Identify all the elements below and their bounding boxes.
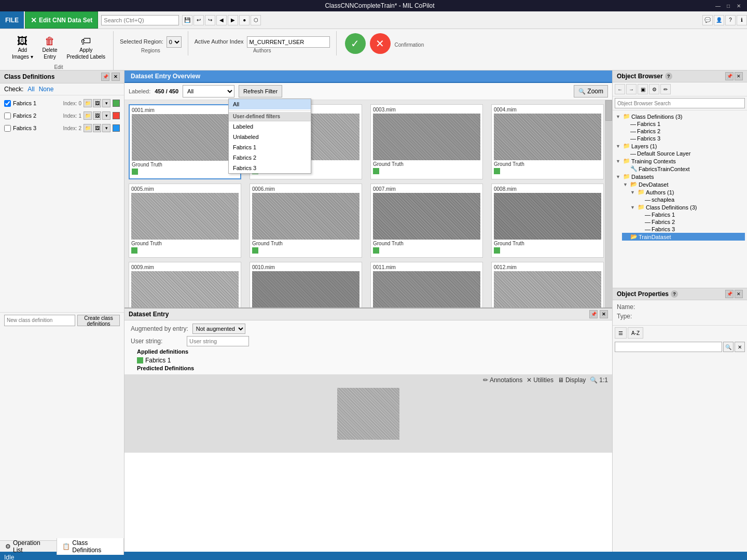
- image-grid-container[interactable]: 0001.mimGround Truth0002.mimGround Truth…: [125, 100, 612, 307]
- tree-node-row[interactable]: ▼📁Datasets: [615, 173, 745, 180]
- tree-node-row[interactable]: ▼📁Class Definitions (3): [629, 203, 745, 211]
- image-card[interactable]: 0009.mimGround Truth: [129, 262, 241, 307]
- object-browser-help-icon[interactable]: ?: [665, 73, 672, 80]
- image-card[interactable]: 0008.mimGround Truth: [491, 184, 604, 258]
- edit-cnn-button[interactable]: ✕ Edit CNN Data Set: [25, 11, 98, 29]
- maximize-button[interactable]: □: [724, 2, 732, 10]
- class-definitions-tab[interactable]: 📋 Class Definitions: [57, 538, 124, 555]
- op-pin-btn[interactable]: 📌: [725, 290, 734, 298]
- image-card[interactable]: 0010.mimGround Truth: [250, 262, 362, 307]
- menu-undo-icon[interactable]: ↩: [193, 15, 204, 25]
- class-checkbox[interactable]: [4, 113, 11, 119]
- ob-forward-btn[interactable]: →: [626, 84, 637, 94]
- image-card[interactable]: 0003.mimGround Truth: [370, 104, 483, 179]
- region-select[interactable]: 0123: [167, 36, 182, 48]
- active-author-input[interactable]: [247, 36, 330, 48]
- menu-back-icon[interactable]: ◀: [216, 15, 227, 25]
- delete-entry-button[interactable]: 🗑 Delete Entry: [39, 33, 61, 62]
- class-checkbox[interactable]: [4, 125, 11, 132]
- image-card[interactable]: 0012.mimGround Truth: [491, 262, 604, 307]
- menu-forward-icon[interactable]: ▶: [228, 15, 238, 25]
- image-card[interactable]: 0011.mimGround Truth: [370, 262, 483, 307]
- image-card[interactable]: 0001.mimGround Truth: [129, 104, 241, 179]
- filter-option-labeled[interactable]: Labeled: [229, 121, 311, 132]
- tree-node-row[interactable]: —Fabrics 1: [637, 211, 745, 218]
- utilities-button[interactable]: ✕ Utilities: [527, 376, 554, 384]
- user-string-input[interactable]: [187, 336, 249, 346]
- image-card[interactable]: 0006.mimGround Truth: [250, 184, 362, 258]
- menu-chat-icon[interactable]: 💬: [702, 15, 713, 25]
- confirm-cancel-button[interactable]: ✕: [370, 33, 391, 54]
- tree-node-row[interactable]: —Fabrics 3: [622, 135, 745, 142]
- annotations-button[interactable]: ✏ Annotations: [483, 376, 522, 384]
- tree-node-row[interactable]: —Fabrics 2: [622, 128, 745, 135]
- op-search-input[interactable]: [615, 342, 722, 352]
- tree-node-row[interactable]: —Fabrics 1: [622, 120, 745, 128]
- minimize-button[interactable]: —: [714, 2, 722, 10]
- ob-pin-btn[interactable]: 📌: [725, 72, 734, 80]
- add-images-button[interactable]: 🖼 Add Images ▾: [8, 33, 37, 62]
- ob-edit-btn[interactable]: ✏: [660, 84, 671, 94]
- menu-help-icon[interactable]: ?: [725, 15, 736, 25]
- ob-back-btn[interactable]: ←: [615, 84, 625, 94]
- tree-node-row[interactable]: —Default Source Layer: [622, 150, 745, 157]
- augmented-select[interactable]: Not augmented Augmented: [192, 324, 245, 334]
- create-class-button[interactable]: Create class definitions: [77, 315, 120, 326]
- filter-option-fabrics3[interactable]: Fabrics 3: [229, 163, 311, 173]
- menu-user-icon[interactable]: 👤: [714, 15, 724, 25]
- grid-scrollbar[interactable]: [605, 100, 612, 307]
- ob-grid-btn[interactable]: ▣: [638, 84, 648, 94]
- filter-option-unlabeled[interactable]: Unlabeled: [229, 132, 311, 142]
- filter-option-all[interactable]: All: [229, 99, 311, 109]
- class-icon-1[interactable]: 🖼: [93, 124, 101, 132]
- class-icon-1[interactable]: 🖼: [93, 99, 101, 107]
- tree-node-row[interactable]: —Fabrics 2: [637, 218, 745, 226]
- tree-node-row[interactable]: 🔧FabricsTrainContext: [622, 165, 745, 173]
- zoom-1-1-button[interactable]: 🔍 1:1: [590, 376, 608, 384]
- dataset-entry-close-btn[interactable]: ✕: [600, 310, 608, 318]
- object-properties-help-icon[interactable]: ?: [671, 290, 678, 298]
- class-icon-2[interactable]: ▾: [102, 124, 110, 132]
- class-icon-0[interactable]: 📁: [84, 99, 92, 107]
- op-list-btn[interactable]: ☰: [615, 327, 627, 339]
- dataset-entry-overview-tab[interactable]: Dataset Entry Overview: [125, 71, 612, 83]
- filter-option-fabrics2[interactable]: Fabrics 2: [229, 152, 311, 163]
- search-input[interactable]: [101, 15, 179, 25]
- operation-list-tab[interactable]: ⚙ Operation List: [0, 538, 57, 555]
- class-icon-2[interactable]: ▾: [102, 111, 110, 120]
- class-icon-2[interactable]: ▾: [102, 99, 110, 107]
- confirm-ok-button[interactable]: ✓: [345, 33, 366, 54]
- op-close-btn[interactable]: ✕: [735, 290, 743, 298]
- class-icon-0[interactable]: 📁: [84, 124, 92, 132]
- filter-option-fabrics1[interactable]: Fabrics 1: [229, 142, 311, 152]
- new-class-input[interactable]: [4, 315, 75, 326]
- class-icon-1[interactable]: 🖼: [93, 111, 101, 120]
- tree-node-row[interactable]: ▼📂DevDataset: [622, 180, 745, 188]
- tree-node-row[interactable]: ▼📁Layers (1): [615, 142, 745, 150]
- menu-record-icon[interactable]: ●: [239, 15, 250, 25]
- tree-node-row[interactable]: —Fabrics 3: [637, 226, 745, 233]
- apply-predicted-button[interactable]: 🏷 Apply Predicted Labels: [63, 33, 109, 62]
- menu-save-icon[interactable]: 💾: [182, 15, 192, 25]
- filter-select[interactable]: All: [183, 85, 234, 97]
- panel-close-button[interactable]: ✕: [112, 73, 120, 81]
- tree-node-row[interactable]: ▼📁Training Contexts: [615, 157, 745, 165]
- tree-node-row[interactable]: ▼📁Authors (1): [629, 188, 745, 196]
- class-icon-0[interactable]: 📁: [84, 111, 92, 120]
- class-checkbox[interactable]: [4, 100, 11, 107]
- dataset-entry-pin-btn[interactable]: 📌: [589, 310, 598, 318]
- check-none-link[interactable]: None: [39, 86, 54, 93]
- check-all-link[interactable]: All: [27, 86, 34, 93]
- ob-search-input[interactable]: [615, 98, 745, 108]
- display-button[interactable]: 🖥 Display: [558, 376, 586, 384]
- ob-settings-btn[interactable]: ⚙: [649, 84, 659, 94]
- tree-node-row[interactable]: ▼📁Class Definitions (3): [615, 113, 745, 120]
- image-card[interactable]: 0004.mimGround Truth: [491, 104, 604, 179]
- menu-extra-icon[interactable]: ⬡: [251, 15, 261, 25]
- image-card[interactable]: 0007.mimGround Truth: [370, 184, 483, 258]
- menu-redo-icon[interactable]: ↪: [205, 15, 215, 25]
- panel-pin-button[interactable]: 📌: [101, 73, 109, 81]
- op-search-button[interactable]: 🔍: [723, 342, 734, 352]
- tree-node-row[interactable]: 📂TrainDataset: [622, 233, 745, 241]
- close-button[interactable]: ✕: [735, 2, 743, 10]
